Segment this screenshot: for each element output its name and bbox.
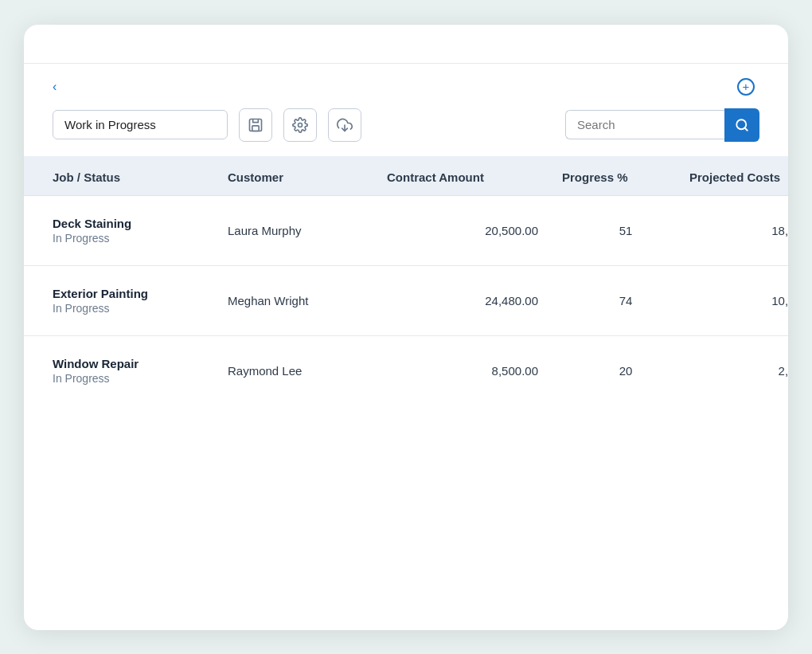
filter-row: [24, 108, 788, 156]
job-cell: Deck Staining In Progress: [53, 217, 228, 245]
search-row: [565, 108, 759, 142]
toolbar: ‹ +: [24, 64, 788, 108]
col-customer: Customer: [228, 170, 387, 184]
download-button[interactable]: [328, 108, 361, 142]
customer-cell: Raymond Lee: [228, 364, 387, 378]
download-icon: [337, 117, 353, 133]
new-work-order-button[interactable]: +: [737, 78, 759, 96]
customer-cell: Laura Murphy: [228, 224, 387, 237]
col-progress: Progress %: [562, 170, 689, 184]
app-header: [24, 25, 788, 64]
col-projected-costs: Projected Costs: [689, 170, 788, 184]
progress-cell: 74: [562, 294, 689, 307]
back-arrow-icon: ‹: [53, 80, 57, 94]
back-button[interactable]: ‹: [53, 80, 61, 94]
save-button[interactable]: [239, 108, 272, 142]
toolbar-left: ‹: [53, 80, 61, 94]
search-icon: [735, 118, 749, 132]
contract-amount-cell: 20,500.00: [387, 224, 562, 237]
table-row[interactable]: Exterior Painting In Progress Meghan Wri…: [24, 266, 788, 336]
table-row[interactable]: Deck Staining In Progress Laura Murphy 2…: [24, 196, 788, 266]
job-name: Window Repair: [53, 357, 228, 370]
job-status: In Progress: [53, 372, 228, 385]
toolbar-right: +: [737, 78, 759, 96]
job-cell: Exterior Painting In Progress: [53, 287, 228, 315]
progress-cell: 20: [562, 364, 689, 378]
job-cell: Window Repair In Progress: [53, 357, 228, 385]
svg-point-2: [299, 123, 303, 127]
job-name: Exterior Painting: [53, 287, 228, 300]
save-icon: [248, 117, 264, 133]
col-job-status: Job / Status: [53, 170, 228, 184]
projected-costs-cell: 2,080.00: [689, 364, 788, 378]
customer-cell: Meghan Wright: [228, 294, 387, 307]
plus-circle-icon: +: [737, 78, 755, 96]
svg-line-5: [744, 127, 747, 130]
search-input[interactable]: [565, 110, 724, 139]
contract-amount-cell: 24,480.00: [387, 294, 562, 307]
contract-amount-cell: 8,500.00: [387, 364, 562, 378]
settings-button[interactable]: [283, 108, 317, 142]
search-button[interactable]: [724, 108, 759, 142]
table-body: Deck Staining In Progress Laura Murphy 2…: [24, 196, 788, 405]
filter-input[interactable]: [53, 110, 228, 139]
main-card: ‹ +: [24, 25, 788, 630]
projected-costs-cell: 18,780.00: [689, 224, 788, 237]
projected-costs-cell: 10,340.00: [689, 294, 788, 307]
table-row[interactable]: Window Repair In Progress Raymond Lee 8,…: [24, 336, 788, 405]
job-status: In Progress: [53, 232, 228, 245]
gear-icon: [292, 117, 308, 133]
progress-cell: 51: [562, 224, 689, 237]
svg-rect-1: [252, 125, 259, 131]
table-section: Job / Status Customer Contract Amount Pr…: [24, 156, 788, 405]
col-contract-amount: Contract Amount: [387, 170, 562, 184]
table-header: Job / Status Customer Contract Amount Pr…: [24, 156, 788, 196]
job-status: In Progress: [53, 302, 228, 315]
job-name: Deck Staining: [53, 217, 228, 230]
